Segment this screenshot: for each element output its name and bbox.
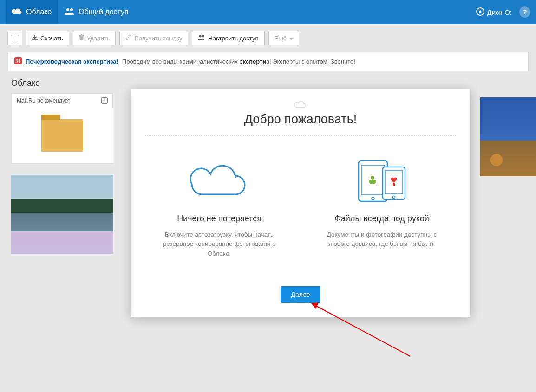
svg-text:Я: Я <box>16 58 20 64</box>
svg-point-14 <box>371 176 374 180</box>
next-button[interactable]: Далее <box>281 286 320 303</box>
download-label: Скачать <box>40 35 63 42</box>
configure-access-button[interactable]: Настроить доступ <box>192 31 264 45</box>
ad-text: Проводим все виды криминалистических экс… <box>122 58 355 65</box>
modal-col1-title: Ничего не потеряется <box>145 214 294 224</box>
link-icon <box>125 34 131 42</box>
devices-icon <box>307 154 456 206</box>
ad-banner: Я Почерковедческая экспертиза! Проводим … <box>7 52 529 71</box>
svg-point-1 <box>70 8 73 11</box>
modal-col2-desc: Документы и фотографии доступны с любого… <box>307 230 456 249</box>
modal-divider <box>145 135 456 136</box>
svg-point-0 <box>66 8 69 11</box>
svg-point-5 <box>202 35 204 37</box>
folder-icon <box>41 119 83 152</box>
tab-cloud[interactable]: Облако <box>6 0 58 24</box>
svg-point-4 <box>199 35 202 37</box>
cloud-icon <box>12 7 22 17</box>
item-checkbox[interactable] <box>101 97 108 104</box>
select-all-checkbox[interactable] <box>7 31 22 45</box>
welcome-modal: Добро пожаловать! Ничего не потеряется В… <box>131 89 470 317</box>
configure-access-label: Настроить доступ <box>208 35 258 42</box>
disk-o-link[interactable]: Диск-О: <box>476 7 512 17</box>
people-small-icon <box>198 35 205 42</box>
get-link-button[interactable]: Получить ссылку <box>119 31 188 45</box>
more-button[interactable]: Ещё <box>268 31 300 45</box>
svg-rect-18 <box>393 183 395 186</box>
download-button[interactable]: Скачать <box>26 31 69 45</box>
photo-thumbnail-1[interactable] <box>11 175 113 254</box>
ad-link[interactable]: Почерковедческая экспертиза! <box>26 58 118 65</box>
svg-point-3 <box>479 10 481 13</box>
cloud-outline-icon <box>145 154 294 206</box>
download-icon <box>32 35 38 42</box>
help-button[interactable]: ? <box>519 6 530 18</box>
delete-label: Удалить <box>87 35 110 42</box>
tab-cloud-label: Облако <box>26 8 52 16</box>
folder-item[interactable]: Mail.Ru рекомендует <box>11 93 113 164</box>
disk-label: Диск-О: <box>487 8 512 16</box>
svg-rect-16 <box>369 180 370 183</box>
header: Облако Общий доступ Диск-О: ? <box>0 0 536 24</box>
svg-rect-17 <box>375 180 376 183</box>
ad-icon: Я <box>14 57 22 66</box>
more-label: Ещё <box>275 35 287 42</box>
svg-point-10 <box>372 197 374 200</box>
help-icon: ? <box>523 8 527 16</box>
photo-thumbnail-2[interactable] <box>480 97 536 176</box>
delete-button[interactable]: Удалить <box>73 31 116 45</box>
chevron-down-icon <box>289 35 293 42</box>
tab-shared-label: Общий доступ <box>78 8 129 16</box>
modal-col1-desc: Включите автозагрузку, чтобы начать резе… <box>145 230 294 258</box>
tab-shared[interactable]: Общий доступ <box>58 0 135 24</box>
modal-title: Добро пожаловать! <box>145 112 456 127</box>
toolbar: Скачать Удалить Получить ссылку Настроит… <box>0 24 536 52</box>
modal-col2-title: Файлы всегда под рукой <box>307 214 456 224</box>
people-icon <box>65 7 75 17</box>
modal-col-backup: Ничего не потеряется Включите автозагруз… <box>145 154 294 258</box>
modal-col-devices: Файлы всегда под рукой Документы и фотог… <box>307 154 456 258</box>
svg-rect-15 <box>370 180 375 184</box>
get-link-label: Получить ссылку <box>134 35 182 42</box>
folder-label: Mail.Ru рекомендует <box>17 97 71 104</box>
disk-icon <box>476 7 484 17</box>
trash-icon <box>79 34 84 42</box>
modal-cloud-icon <box>145 100 456 110</box>
checkbox-icon <box>12 35 18 41</box>
